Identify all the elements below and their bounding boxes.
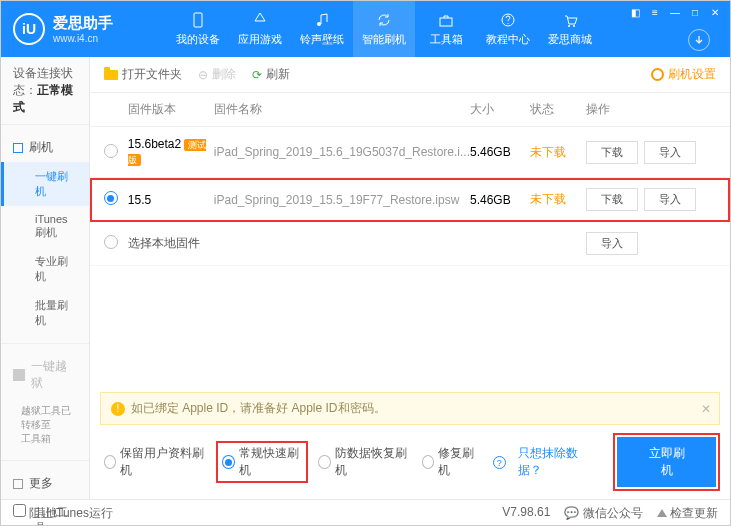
firmware-row[interactable]: 15.6beta2测试版iPad_Spring_2019_15.6_19G503… <box>90 127 730 178</box>
nav-refresh[interactable]: 智能刷机 <box>353 1 415 57</box>
sidebar-item-flash-1[interactable]: iTunes刷机 <box>1 206 89 247</box>
refresh-icon: ⟳ <box>252 68 262 82</box>
sidebar-item-flash-3[interactable]: 批量刷机 <box>1 291 89 335</box>
download-button-0[interactable]: 下载 <box>586 141 638 164</box>
mode-option-0[interactable]: 保留用户资料刷机 <box>104 445 206 479</box>
warning-icon: ! <box>111 402 125 416</box>
nav-app[interactable]: 应用游戏 <box>229 1 291 57</box>
lock-icon <box>13 369 25 381</box>
flash-settings-button[interactable]: 刷机设置 <box>651 66 716 83</box>
mode-option-1[interactable]: 常规快速刷机 <box>218 443 307 481</box>
import-button-0[interactable]: 导入 <box>644 141 696 164</box>
download-manager-button[interactable] <box>688 29 710 51</box>
svg-point-5 <box>573 25 575 27</box>
statusbar: 阻止iTunes运行 V7.98.61 💬 微信公众号 检查更新 <box>1 499 730 526</box>
radio-local[interactable] <box>104 235 118 249</box>
gear-icon <box>651 68 664 81</box>
sidebar-item-flash-0[interactable]: 一键刷机 <box>1 162 89 206</box>
mode-option-2[interactable]: 防数据恢复刷机 <box>318 445 409 479</box>
update-icon <box>657 509 667 517</box>
logo-area: iU 爱思助手 www.i4.cn <box>1 13 167 45</box>
import-button-1[interactable]: 导入 <box>644 188 696 211</box>
sidebar-more-header[interactable]: 更多 <box>1 469 89 498</box>
nav-phone[interactable]: 我的设备 <box>167 1 229 57</box>
toolbox-icon <box>437 11 455 29</box>
jailbreak-note: 越狱工具已转移至 工具箱 <box>1 398 89 452</box>
mode-radio-3[interactable] <box>422 455 435 469</box>
svg-rect-2 <box>440 18 452 26</box>
mode-option-3[interactable]: 修复刷机 <box>422 445 481 479</box>
logo-icon: iU <box>13 13 45 45</box>
nav-toolbox[interactable]: 工具箱 <box>415 1 477 57</box>
flash-icon <box>13 143 23 153</box>
mode-radio-2[interactable] <box>318 455 331 469</box>
window-controls: ◧ ≡ — □ ✕ <box>626 5 724 19</box>
svg-rect-0 <box>194 13 202 27</box>
menu-button[interactable]: ≡ <box>646 5 664 19</box>
folder-icon <box>104 70 118 80</box>
flash-now-button[interactable]: 立即刷机 <box>617 437 716 487</box>
connection-status: 设备连接状态：正常模式 <box>1 57 89 125</box>
download-button-1[interactable]: 下载 <box>586 188 638 211</box>
alert-close-button[interactable]: ✕ <box>701 402 711 416</box>
nav-help[interactable]: 教程中心 <box>477 1 539 57</box>
content-area: 打开文件夹 ⊖删除 ⟳刷新 刷机设置 固件版本 固件名称 大小 状态 操作 15… <box>90 57 730 499</box>
close-button[interactable]: ✕ <box>706 5 724 19</box>
sidebar-item-flash-2[interactable]: 专业刷机 <box>1 247 89 291</box>
brand-url: www.i4.cn <box>53 33 113 44</box>
flash-mode-row: 保留用户资料刷机常规快速刷机防数据恢复刷机修复刷机?只想抹除数据？立即刷机 <box>90 425 730 499</box>
delete-button: ⊖删除 <box>198 66 236 83</box>
delete-icon: ⊖ <box>198 68 208 82</box>
local-firmware-row[interactable]: 选择本地固件 导入 <box>90 222 730 266</box>
radio-firmware-1[interactable] <box>104 191 118 205</box>
maximize-button[interactable]: □ <box>686 5 704 19</box>
refresh-icon <box>375 11 393 29</box>
sidebar-jailbreak-header[interactable]: 一键越狱 <box>1 352 89 398</box>
app-icon <box>251 11 269 29</box>
nav-music[interactable]: 铃声壁纸 <box>291 1 353 57</box>
help-icon <box>499 11 517 29</box>
version-label: V7.98.61 <box>502 505 550 522</box>
appleid-alert: ! 如已绑定 Apple ID，请准备好 Apple ID和密码。 ✕ <box>100 392 720 425</box>
sidebar: 设备连接状态：正常模式 刷机 一键刷机iTunes刷机专业刷机批量刷机 一键越狱… <box>1 57 90 499</box>
import-local-button[interactable]: 导入 <box>586 232 638 255</box>
cart-icon <box>561 11 579 29</box>
phone-icon <box>189 11 207 29</box>
toolbar: 打开文件夹 ⊖删除 ⟳刷新 刷机设置 <box>90 57 730 93</box>
block-itunes-checkbox[interactable]: 阻止iTunes运行 <box>13 504 113 522</box>
more-icon <box>13 479 23 489</box>
theme-button[interactable]: ◧ <box>626 5 644 19</box>
sidebar-flash-header[interactable]: 刷机 <box>1 133 89 162</box>
firmware-row[interactable]: 15.5iPad_Spring_2019_15.5_19F77_Restore.… <box>90 178 730 222</box>
mode-radio-1[interactable] <box>222 455 235 469</box>
table-header: 固件版本 固件名称 大小 状态 操作 <box>90 93 730 127</box>
info-icon[interactable]: ? <box>493 455 506 470</box>
open-folder-button[interactable]: 打开文件夹 <box>104 66 182 83</box>
wechat-link[interactable]: 💬 微信公众号 <box>564 505 642 522</box>
brand-name: 爱思助手 <box>53 14 113 33</box>
check-update-link[interactable]: 检查更新 <box>657 505 718 522</box>
svg-point-4 <box>568 25 570 27</box>
nav-cart[interactable]: 爱思商城 <box>539 1 601 57</box>
mode-radio-0[interactable] <box>104 455 117 469</box>
minimize-button[interactable]: — <box>666 5 684 19</box>
radio-firmware-0[interactable] <box>104 144 118 158</box>
music-icon <box>313 11 331 29</box>
erase-data-link[interactable]: 只想抹除数据？ <box>518 445 593 479</box>
refresh-button[interactable]: ⟳刷新 <box>252 66 290 83</box>
svg-point-1 <box>317 22 321 26</box>
titlebar: iU 爱思助手 www.i4.cn 我的设备应用游戏铃声壁纸智能刷机工具箱教程中… <box>1 1 730 57</box>
wechat-icon: 💬 <box>564 506 579 520</box>
